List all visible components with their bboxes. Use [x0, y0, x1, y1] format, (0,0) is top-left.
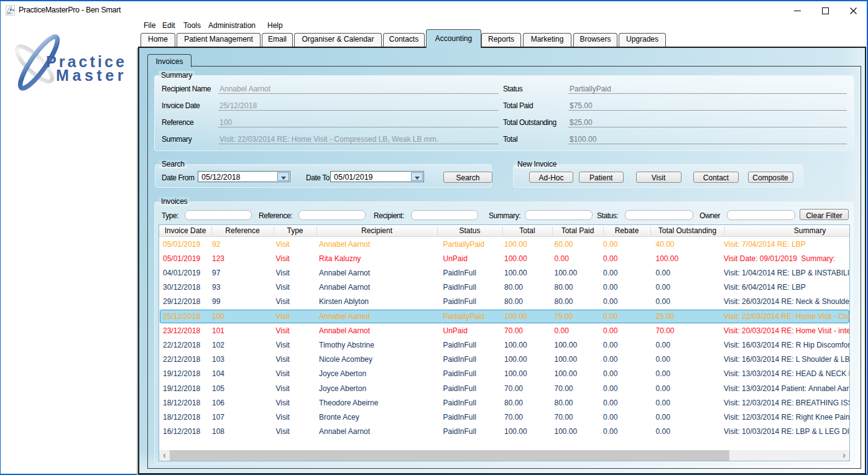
- svg-text:PRO: PRO: [8, 12, 13, 15]
- svg-text:Master: Master: [56, 67, 127, 84]
- svg-text:Pm: Pm: [10, 8, 15, 12]
